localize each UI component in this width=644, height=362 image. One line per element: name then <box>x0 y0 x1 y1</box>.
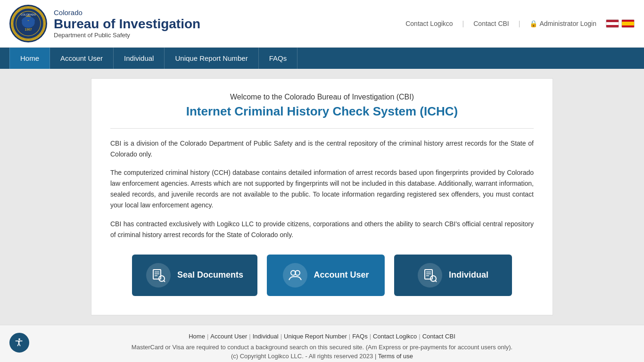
org-line1: Colorado <box>54 8 200 16</box>
header-right: Contact Logikco | Contact CBI | 🔒 Admini… <box>405 19 635 28</box>
seal-documents-svg <box>151 268 165 282</box>
footer-link-faqs[interactable]: FAQs <box>352 333 368 340</box>
seal-documents-label: Seal Documents <box>177 270 243 280</box>
account-user-label: Account User <box>314 270 369 280</box>
individual-icon <box>418 263 442 288</box>
accessibility-button[interactable] <box>9 333 29 353</box>
nav-item-account-user[interactable]: Account User <box>50 48 114 69</box>
header-left: 1967 COLORADO Colorado Bureau of Investi… <box>9 5 200 42</box>
footer-links: Home | Account User | Individual | Uniqu… <box>5 333 639 340</box>
individual-button[interactable]: Individual <box>394 255 512 296</box>
footer-terms-link[interactable]: Terms of use <box>378 353 413 360</box>
footer-link-contact-cbi[interactable]: Contact CBI <box>422 333 455 340</box>
main-nav: Home Account User Individual Unique Repo… <box>0 48 644 69</box>
footer-link-individual[interactable]: Individual <box>253 333 279 340</box>
footer-link-contact-logikco[interactable]: Contact Logikco <box>373 333 417 340</box>
language-flags <box>606 19 635 28</box>
nav-item-unique-report[interactable]: Unique Report Number <box>165 48 258 69</box>
org-line2: Bureau of Investigation <box>54 16 200 32</box>
accessibility-icon <box>14 337 25 348</box>
account-user-svg <box>288 268 302 282</box>
paragraph-2: The computerized criminal history (CCH) … <box>110 167 534 211</box>
header-divider2: | <box>519 20 520 27</box>
svg-text:1967: 1967 <box>25 28 32 31</box>
seal-documents-icon <box>146 263 171 288</box>
svg-line-13 <box>164 280 165 282</box>
system-title: Internet Criminal History Check System (… <box>110 104 534 119</box>
english-flag[interactable] <box>606 19 619 28</box>
logo-inner: 1967 COLORADO <box>11 6 46 41</box>
svg-text:COLORADO: COLORADO <box>21 13 36 16</box>
account-user-button[interactable]: Account User <box>267 255 385 296</box>
content-divider <box>110 128 534 129</box>
nav-item-faqs[interactable]: FAQs <box>259 48 298 69</box>
footer-copyright: (c) Copyright Logikco LLC. - All rights … <box>5 353 639 360</box>
admin-login-link[interactable]: 🔒 Administrator Login <box>529 20 596 27</box>
paragraph-3: CBI has contracted exclusively with Logi… <box>110 219 534 240</box>
action-buttons: Seal Documents Account User <box>110 255 534 296</box>
svg-point-22 <box>18 338 20 340</box>
welcome-text: Welcome to the Colorado Bureau of Invest… <box>110 93 534 101</box>
org-title: Colorado Bureau of Investigation Departm… <box>54 8 200 39</box>
footer-link-account-user[interactable]: Account User <box>210 333 247 340</box>
contact-logikco-link[interactable]: Contact Logikco <box>405 20 453 27</box>
logo: 1967 COLORADO <box>9 5 47 42</box>
admin-login-label: Administrator Login <box>539 20 596 27</box>
footer: Home | Account User | Individual | Uniqu… <box>0 325 644 362</box>
spanish-flag[interactable] <box>621 19 635 28</box>
account-user-icon <box>283 263 307 288</box>
main-content: Welcome to the Colorado Bureau of Invest… <box>91 78 553 315</box>
footer-copyright-text: (c) Copyright Logikco LLC. - All rights … <box>231 353 373 360</box>
svg-rect-8 <box>153 270 161 279</box>
footer-notice: MasterCard or Visa are required to condu… <box>5 344 639 351</box>
svg-rect-16 <box>425 270 432 279</box>
org-line3: Department of Public Safety <box>54 32 200 39</box>
footer-link-home[interactable]: Home <box>189 333 205 340</box>
lock-icon: 🔒 <box>529 20 537 27</box>
individual-svg <box>423 268 437 282</box>
nav-item-home[interactable]: Home <box>9 48 50 69</box>
seal-documents-button[interactable]: Seal Documents <box>132 255 257 296</box>
paragraph-1: CBI is a division of the Colorado Depart… <box>110 138 534 160</box>
header-divider1: | <box>462 20 464 27</box>
individual-label: Individual <box>449 270 488 280</box>
contact-cbi-link[interactable]: Contact CBI <box>473 20 509 27</box>
footer-link-unique-report[interactable]: Unique Report Number <box>284 333 347 340</box>
svg-line-21 <box>435 280 437 282</box>
header: 1967 COLORADO Colorado Bureau of Investi… <box>0 0 644 48</box>
nav-item-individual[interactable]: Individual <box>114 48 165 69</box>
